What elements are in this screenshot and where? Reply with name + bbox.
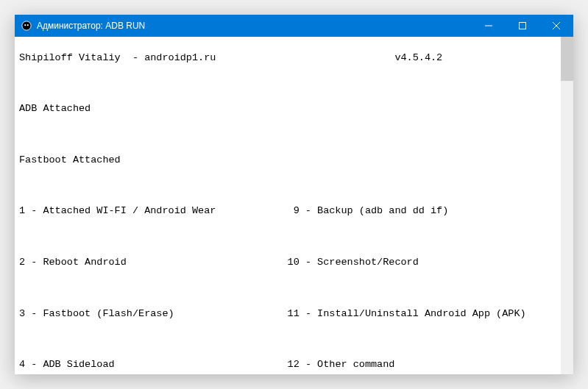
svg-point-0 (22, 21, 31, 30)
menu-item-3: 3 - Fastboot (Flash/Erase) (19, 308, 174, 319)
menu-item-2: 2 - Reboot Android (19, 257, 127, 268)
menu-item-12: 12 - Other command (288, 359, 395, 370)
titlebar[interactable]: Администратор: ADB RUN (15, 15, 573, 37)
fastboot-status: Fastboot Attached (19, 154, 569, 167)
scrollbar-thumb[interactable] (561, 37, 573, 81)
svg-point-1 (24, 24, 26, 26)
close-button[interactable] (539, 15, 573, 37)
menu-item-1: 1 - Attached WI-FI / Android Wear (19, 205, 216, 216)
window-title: Администратор: ADB RUN (37, 21, 472, 31)
version-text: v4.5.4.2 (394, 52, 442, 63)
header-spacer (216, 52, 394, 63)
svg-point-2 (27, 24, 29, 26)
window-controls (472, 15, 573, 37)
menu-item-10: 10 - Screenshot/Record (288, 257, 419, 268)
console-output[interactable]: Shipiloff Vitaliy - androidp1.ru v4.5.4.… (15, 37, 573, 374)
menu-item-4: 4 - ADB Sideload (19, 359, 115, 370)
maximize-button[interactable] (506, 15, 539, 37)
menu-item-11: 11 - Install/Uninstall Android App (APK) (288, 308, 526, 319)
scrollbar[interactable] (561, 37, 573, 374)
app-window: Администратор: ADB RUN Shipiloff Vitaliy… (15, 15, 573, 374)
svg-rect-4 (520, 23, 526, 29)
minimize-button[interactable] (472, 15, 506, 37)
app-icon (21, 20, 32, 32)
menu-item-9: 9 - Backup (adb and dd if) (288, 205, 449, 216)
adb-status: ADB Attached (19, 102, 569, 115)
author-text: Shipiloff Vitaliy - androidp1.ru (19, 52, 216, 63)
